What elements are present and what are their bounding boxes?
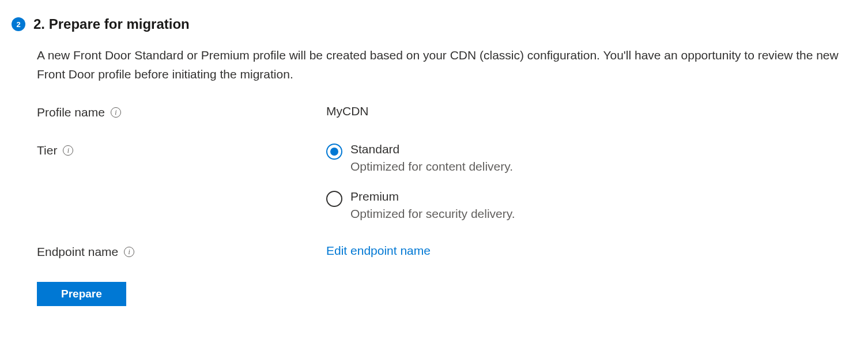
- endpoint-name-row: Endpoint name i Edit endpoint name: [37, 244, 856, 259]
- prepare-button[interactable]: Prepare: [37, 282, 126, 306]
- profile-name-value-col: MyCDN: [326, 104, 856, 118]
- edit-endpoint-name-link[interactable]: Edit endpoint name: [326, 244, 431, 257]
- profile-name-label-col: Profile name i: [37, 104, 326, 119]
- tier-value-col: Standard Optimized for content delivery.…: [326, 142, 856, 221]
- radio-premium-text: Premium Optimized for security delivery.: [350, 190, 515, 221]
- section-title: 2. Prepare for migration: [33, 16, 190, 32]
- radio-standard-text: Standard Optimized for content delivery.: [350, 142, 513, 174]
- tier-label: Tier: [37, 144, 57, 157]
- endpoint-name-label: Endpoint name: [37, 245, 118, 259]
- radio-premium-desc: Optimized for security delivery.: [350, 207, 515, 221]
- radio-standard-label: Standard: [350, 142, 513, 156]
- radio-unselected-icon: [326, 191, 342, 207]
- radio-standard-desc: Optimized for content delivery.: [350, 160, 513, 174]
- profile-name-value: MyCDN: [326, 104, 369, 118]
- info-icon[interactable]: i: [124, 247, 134, 257]
- tier-row: Tier i Standard Optimized for content de…: [37, 142, 856, 221]
- section-header: 2 2. Prepare for migration: [12, 16, 856, 32]
- section-description: A new Front Door Standard or Premium pro…: [37, 46, 844, 84]
- info-icon[interactable]: i: [111, 107, 121, 118]
- radio-selected-icon: [326, 144, 342, 160]
- endpoint-name-value-col: Edit endpoint name: [326, 244, 856, 258]
- step-number-badge: 2: [12, 17, 25, 31]
- form-area: Profile name i MyCDN Tier i Standard Opt…: [37, 104, 856, 306]
- profile-name-label: Profile name: [37, 105, 105, 119]
- tier-radio-standard[interactable]: Standard Optimized for content delivery.: [326, 142, 856, 174]
- info-icon[interactable]: i: [63, 145, 73, 156]
- tier-radio-premium[interactable]: Premium Optimized for security delivery.: [326, 190, 856, 221]
- radio-premium-label: Premium: [350, 190, 515, 203]
- profile-name-row: Profile name i MyCDN: [37, 104, 856, 119]
- endpoint-name-label-col: Endpoint name i: [37, 244, 326, 259]
- tier-label-col: Tier i: [37, 142, 326, 157]
